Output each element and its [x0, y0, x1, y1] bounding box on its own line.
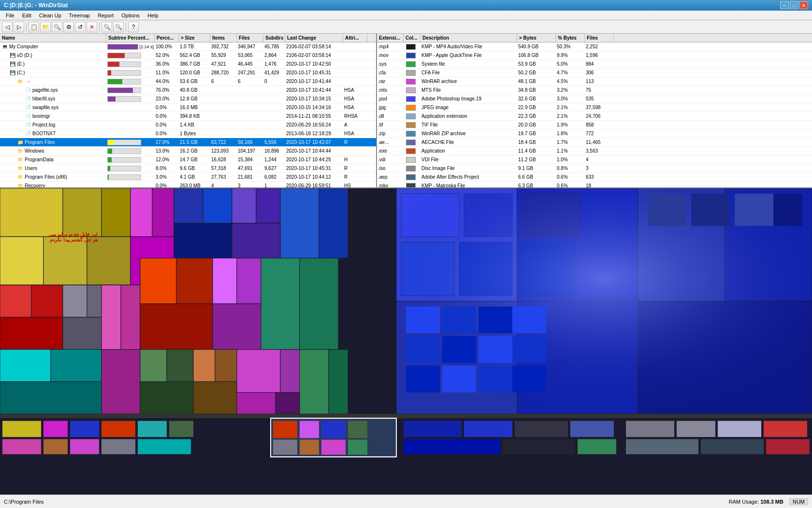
window-title: C:|D:|E:|G: - WinDirStat [4, 2, 68, 9]
tree-row[interactable]: 💻 My Computer [1:14 s] 100.0% 1.0 TB 392… [0, 42, 376, 51]
svg-rect-19 [319, 188, 348, 258]
col-size[interactable]: > Size [179, 34, 210, 42]
col-last-change[interactable]: Last Change [285, 34, 343, 42]
toolbar-btn-5[interactable]: 🔍 [52, 22, 62, 32]
ext-row[interactable]: .mp4 KMP - MP4 Audio/Video File 540.9 GB… [377, 42, 812, 51]
tree-row[interactable]: 📄 Project.log 0.0% 1.4 KB 2020-06-29 16:… [0, 121, 376, 129]
col-perce[interactable]: Perce... [155, 34, 179, 42]
ext-row[interactable]: .mkv KMP - Matroska File 6.3 GB 0.6% 18 [377, 182, 812, 187]
menu-file[interactable]: File [2, 12, 18, 19]
menu-treemap[interactable]: Treemap [65, 12, 94, 19]
svg-rect-124 [478, 366, 512, 393]
menu-options[interactable]: Options [117, 12, 144, 19]
svg-rect-2 [102, 188, 130, 237]
tree-view[interactable]: Name Subtree Percent... Perce... > Size … [0, 34, 377, 187]
ext-col-color[interactable]: Col... [404, 34, 420, 42]
menu-report[interactable]: Report [94, 12, 117, 19]
ext-row[interactable]: .jpg JPEG image 22.9 GB 2.1% 37,598 [377, 103, 812, 112]
tree-row[interactable]: 📁 Windows 13.0% 16.2 GB 123,093 104,197 … [0, 147, 376, 155]
col-files[interactable]: Files [237, 34, 263, 42]
svg-rect-30 [51, 350, 102, 382]
svg-rect-114 [406, 307, 440, 334]
tree-row[interactable]: 📁 ← 44.0% 53.6 GB 6 6 0 2020-10-17 10:41… [0, 77, 376, 86]
svg-rect-38 [176, 258, 213, 304]
toolbar-btn-3[interactable]: 📋 [29, 22, 39, 32]
toolbar: ◁ ▷ 📋 📁 🔍 ⚙ ↺ ✕ 🔍 🔍 ? [0, 20, 812, 34]
ext-row[interactable]: .mts MTS File 34.8 GB 3.2% 75 [377, 86, 812, 95]
tree-row[interactable]: 📄 swapfile.sys 0.0% 16.0 MB 2020-10-15 1… [0, 103, 376, 112]
ext-row[interactable]: .psd Adobe Photoshop Image.19 32.6 GB 3.… [377, 95, 812, 103]
ext-row[interactable]: .cfa CFA File 50.2 GB 4.7% 306 [377, 69, 812, 77]
svg-rect-100 [464, 421, 512, 437]
ext-col-bytes[interactable]: > Bytes [517, 34, 556, 42]
extension-view[interactable]: Extensi... Col... Description > Bytes % … [377, 34, 812, 187]
svg-rect-83 [169, 421, 193, 437]
toolbar-btn-6[interactable]: ⚙ [63, 22, 74, 32]
tree-row[interactable]: 📄 pagefile.sys 76.0% 40.8 GB 2020-10-17 … [0, 86, 376, 95]
svg-rect-102 [570, 421, 614, 437]
ext-row[interactable]: .ae... AECACHE File 18.4 GB 1.7% 11,465 [377, 138, 812, 147]
menu-bar: File Edit Clean Up Treemap Report Option… [0, 11, 812, 20]
svg-rect-50 [215, 350, 237, 382]
ext-col-files[interactable]: Files [585, 34, 614, 42]
ext-col-ext[interactable]: Extensi... [377, 34, 404, 42]
tree-row[interactable]: 📁 Users 8.0% 9.6 GB 57,318 47,691 9,627 … [0, 164, 376, 173]
svg-rect-8 [152, 188, 174, 237]
tree-row[interactable]: 📄 bootmgr 0.0% 394.8 KB 2014-11-21 08:10… [0, 112, 376, 121]
col-attri[interactable]: Attri... [343, 34, 367, 42]
toolbar-btn-1[interactable]: ◁ [2, 22, 13, 32]
ext-row[interactable]: .zip WinRAR ZIP archive 19.7 GB 1.8% 772 [377, 129, 812, 138]
tree-row[interactable]: 💾 (E:) 36.0% 386.7 GB 47,921 46,445 1,47… [0, 60, 376, 69]
svg-rect-0 [0, 188, 63, 237]
ext-row[interactable]: .dll Application extension 22.3 GB 2.1% … [377, 112, 812, 121]
svg-rect-111 [626, 439, 698, 454]
ext-col-pct[interactable]: % Bytes [556, 34, 585, 42]
tree-row[interactable]: 📁 Recovery 0.0% 263.0 MB 4 3 1 2020-06-2… [0, 182, 376, 187]
col-subtree[interactable]: Subtree Percent... [106, 34, 155, 42]
svg-rect-78 [2, 421, 41, 437]
tree-row[interactable]: 📄 BOOTNXT 0.0% 1 Bytes 2013-06-18 12:18:… [0, 129, 376, 138]
ext-row[interactable]: .iso Disc Image File 9.1 GB 0.8% 3 [377, 164, 812, 173]
menu-help[interactable]: Help [144, 12, 162, 19]
svg-rect-1 [63, 188, 102, 237]
toolbar-btn-7[interactable]: ↺ [75, 22, 86, 32]
svg-rect-87 [102, 439, 135, 454]
minimize-button[interactable]: − [780, 1, 789, 9]
ext-row[interactable]: .mov KMP - Apple QuickTime File 106.8 GB… [377, 51, 812, 60]
ext-col-desc[interactable]: Description [420, 34, 517, 42]
ext-row[interactable]: .aep Adobe After Effects Project 6.6 GB … [377, 173, 812, 182]
ext-row[interactable]: .vdi VDI File 11.2 GB 1.0% 4 [377, 155, 812, 164]
tree-row[interactable]: 💾 (C:) 11.0% 120.0 GB 288,720 247,291 41… [0, 69, 376, 77]
treemap-area[interactable]: این فایل چه تو درایو سی هر جی گشتم پیدا … [0, 188, 812, 494]
tree-row[interactable]: 📁 Program Files (x86) 3.0% 4.1 GB 27,763… [0, 173, 376, 182]
svg-rect-113 [766, 439, 810, 454]
ext-row[interactable]: .tif TIF File 20.0 GB 1.9% 858 [377, 121, 812, 129]
toolbar-btn-help[interactable]: ? [128, 22, 139, 32]
ext-row[interactable]: .sys System file 53.9 GB 5.0% 884 [377, 60, 812, 69]
toolbar-btn-2[interactable]: ▷ [14, 22, 24, 32]
toolbar-btn-stop[interactable]: ✕ [87, 22, 97, 32]
svg-rect-126 [648, 194, 686, 226]
close-button[interactable]: × [799, 1, 808, 9]
tree-row[interactable]: 📁 Program Files 17.0% 21.5 GB 63,722 58,… [0, 138, 376, 147]
svg-rect-84 [2, 439, 41, 454]
svg-rect-18 [280, 188, 319, 258]
ext-row[interactable]: .rar WinRAR archive 48.1 GB 4.5% 113 [377, 77, 812, 86]
svg-rect-109 [718, 421, 761, 437]
tree-row[interactable]: 💾 vD (D:) 52.0% 562.4 GB 55,929 53,065 2… [0, 51, 376, 60]
tree-row[interactable]: 📄 hiberfil.sys 23.0% 12.8 GB 2020-10-17 … [0, 95, 376, 103]
svg-rect-80 [70, 421, 99, 437]
top-pane: Name Subtree Percent... Perce... > Size … [0, 34, 812, 188]
maximize-button[interactable]: □ [790, 1, 798, 9]
menu-cleanup[interactable]: Clean Up [35, 12, 65, 19]
col-name[interactable]: Name [0, 34, 106, 42]
toolbar-btn-4[interactable]: 📁 [40, 22, 51, 32]
ext-row[interactable]: .exe Application 11.4 GB 1.1% 3,563 [377, 147, 812, 155]
menu-edit[interactable]: Edit [18, 12, 35, 19]
svg-rect-81 [102, 421, 135, 437]
col-subdirs[interactable]: Subdirs [263, 34, 285, 42]
toolbar-btn-zoom-in[interactable]: 🔍 [102, 22, 112, 32]
tree-row[interactable]: 📁 ProgramData 12.0% 14.7 GB 16,628 15,38… [0, 155, 376, 164]
toolbar-btn-zoom-out[interactable]: 🔍 [113, 22, 124, 32]
col-items[interactable]: Items [210, 34, 237, 42]
